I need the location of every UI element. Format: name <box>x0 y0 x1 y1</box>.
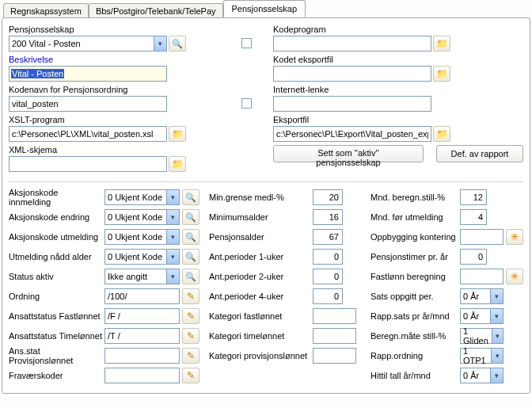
label-mingrense: Min.grense medl-% <box>209 193 310 202</box>
browse-eksportfil-button[interactable] <box>433 126 450 142</box>
input-internettlenke[interactable] <box>273 96 431 112</box>
input-xslt[interactable] <box>9 126 167 142</box>
input-kodeteksportfil[interactable] <box>273 66 431 82</box>
label-kodenavn: Kodenavn for Pensjonsordning <box>9 85 257 94</box>
combo-pensjonsselskap[interactable]: 200 Vital - Posten ▾ <box>9 36 167 51</box>
input-oppbygging[interactable] <box>460 229 504 245</box>
label-fravaerskoder: Fraværskoder <box>9 371 102 380</box>
label-status-aktiv: Status aktiv <box>9 272 102 281</box>
input-kodenavn[interactable] <box>9 96 167 112</box>
input-mingrense[interactable] <box>313 189 343 205</box>
input-beskrivelse-value: Vital - Posten <box>11 69 64 78</box>
browse-kodeprogram-button[interactable] <box>433 36 450 51</box>
left-column: Pensjonsselskap 200 Vital - Posten ▾ Bes… <box>9 25 257 175</box>
input-kodeprogram[interactable] <box>273 36 431 51</box>
label-oppbygging: Oppbygging kontering <box>370 232 458 242</box>
combo-aksjon-endring[interactable]: 0 Ukjent Kode▾ <box>104 209 180 225</box>
input-pensjonsalder[interactable] <box>313 229 343 245</box>
label-fastlonn-bereg: Fastlønn beregning <box>370 272 458 281</box>
search-button[interactable] <box>182 269 200 284</box>
input-pensjonstimer[interactable] <box>460 249 487 265</box>
label-aksjon-utmelding: Aksjonskode utmelding <box>9 232 102 242</box>
tab-bbs[interactable]: Bbs/Postgiro/Telebank/TelePay <box>89 3 223 18</box>
input-kat-time[interactable] <box>313 328 356 344</box>
search-icon <box>185 232 196 242</box>
label-pensjonsselskap: Pensjonsselskap <box>9 25 257 34</box>
label-beskrivelse[interactable]: Beskrivelse <box>9 55 257 64</box>
right-column: Kodeprogram Kodet eksportfil Internett-l… <box>273 25 523 175</box>
combo-pensjonsselskap-value: 200 Vital - Posten <box>12 39 81 48</box>
search-button[interactable] <box>182 189 200 205</box>
label-mnd-beregn: Mnd. beregn.still-% <box>370 193 458 202</box>
input-antper4[interactable] <box>313 288 343 304</box>
label-internettlenke: Internett-lenke <box>273 85 523 94</box>
browse-xslt-button[interactable] <box>169 126 186 142</box>
def-rapport-button[interactable]: Def. av rapport <box>436 145 523 162</box>
set-active-button[interactable]: Sett som ''aktiv'' pensjonsselskap <box>273 145 424 162</box>
search-button[interactable] <box>182 229 200 245</box>
input-ordning[interactable] <box>104 288 180 304</box>
label-utmelding-nadd: Utmelding nådd alder <box>9 252 102 261</box>
detail-button[interactable] <box>506 269 523 284</box>
chevron-down-icon: ▾ <box>166 210 179 224</box>
edit-button[interactable] <box>182 348 200 364</box>
search-icon <box>185 212 196 223</box>
combo-aksjon-innmelding[interactable]: 0 Ukjent Kode▾ <box>104 189 180 205</box>
combo-aksjon-utmelding[interactable]: 0 Ukjent Kode▾ <box>104 229 180 245</box>
label-rapp-sats: Rapp.sats pr år/mnd <box>370 311 458 321</box>
grid-col-c: Mnd. beregn.still-% Mnd. før utmelding O… <box>370 189 523 387</box>
grid-col-b: Min.grense medl-% Minimumsalder Pensjons… <box>209 189 361 387</box>
edit-button[interactable] <box>182 288 200 304</box>
input-antper1[interactable] <box>313 249 343 265</box>
input-fravaerskoder[interactable] <box>104 368 180 383</box>
search-icon <box>185 193 196 203</box>
edit-button[interactable] <box>182 368 200 383</box>
input-xmlskjema[interactable] <box>9 156 167 172</box>
input-kat-prov[interactable] <box>313 348 356 364</box>
input-beskrivelse[interactable]: Vital - Posten <box>9 66 167 82</box>
checkbox-kodenavn[interactable] <box>241 98 252 109</box>
select-sats-oppgitt[interactable]: 0 År▾ <box>460 288 504 304</box>
divider <box>9 181 523 182</box>
combo-status-aktiv[interactable]: Ikke angitt▾ <box>104 269 180 284</box>
tab-regnskapssystem[interactable]: Regnskapssystem <box>3 3 89 18</box>
search-icon <box>185 272 196 282</box>
search-icon <box>185 252 196 262</box>
input-mnd-for-utm[interactable] <box>460 209 487 225</box>
input-minalder[interactable] <box>313 209 343 225</box>
select-rapp-sats[interactable]: 0 År▾ <box>460 308 504 324</box>
detail-button[interactable] <box>506 229 523 245</box>
search-pensjonsselskap-button[interactable] <box>169 36 186 51</box>
label-ordning: Ordning <box>9 292 102 301</box>
select-rapp-ordning[interactable]: 1 OTP1▾ <box>460 348 504 364</box>
edit-button[interactable] <box>182 328 200 344</box>
search-button[interactable] <box>182 209 200 225</box>
input-kat-fast[interactable] <box>313 308 356 324</box>
label-eksportfil: Eksportfil <box>273 115 523 124</box>
pencil-icon <box>187 330 195 341</box>
select-hittil[interactable]: 0 År▾ <box>460 368 504 383</box>
label-hittil: Hittil tall år/mnd <box>370 371 458 380</box>
tab-pensjonsselskap[interactable]: Pensjonsselskap <box>223 0 306 17</box>
edit-button[interactable] <box>182 308 200 324</box>
label-ansstat-prov: Ans.stat Provisjonslønnet <box>9 346 102 365</box>
input-ansatt-time[interactable] <box>104 328 180 344</box>
label-aksjon-innmelding: Aksjonskode innmelding <box>9 188 102 207</box>
chevron-down-icon: ▾ <box>492 329 503 343</box>
star-icon <box>511 231 519 242</box>
input-ansatt-fast[interactable] <box>104 308 180 324</box>
label-mnd-for-utm: Mnd. før utmelding <box>370 212 458 222</box>
checkbox-pensjonsselskap[interactable] <box>241 38 252 48</box>
folder-icon <box>172 158 184 170</box>
select-beregn-mate[interactable]: 1 Gliden▾ <box>460 328 504 344</box>
browse-kodeteksportfil-button[interactable] <box>433 66 450 82</box>
input-eksportfil[interactable] <box>273 126 431 142</box>
input-mnd-beregn[interactable] <box>460 189 487 205</box>
search-button[interactable] <box>182 249 200 265</box>
input-ansstat-prov[interactable] <box>104 348 180 364</box>
chevron-down-icon: ▾ <box>166 269 179 284</box>
input-antper2[interactable] <box>313 269 343 284</box>
combo-utmelding-nadd[interactable]: 0 Ukjent Kode▾ <box>104 249 180 265</box>
input-fastlonn-bereg[interactable] <box>460 269 504 284</box>
browse-xmlskjema-button[interactable] <box>169 156 186 172</box>
